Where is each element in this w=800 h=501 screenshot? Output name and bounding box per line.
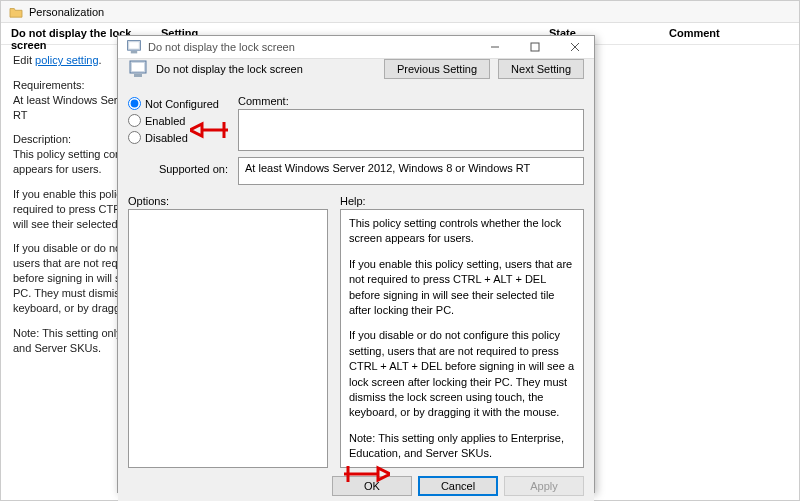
- radio-not-configured[interactable]: Not Configured: [128, 97, 228, 110]
- radio-not-configured-label: Not Configured: [145, 98, 219, 110]
- options-panel: [128, 209, 328, 468]
- column-comment: Comment: [659, 23, 799, 44]
- folder-icon: [9, 6, 23, 18]
- radio-not-configured-input[interactable]: [128, 97, 141, 110]
- options-label: Options:: [128, 195, 328, 207]
- maximize-button[interactable]: [518, 36, 552, 58]
- radio-enabled[interactable]: Enabled: [128, 114, 228, 127]
- radio-disabled[interactable]: Disabled: [128, 131, 228, 144]
- radio-disabled-input[interactable]: [128, 131, 141, 144]
- help-p2: If you enable this policy setting, users…: [349, 257, 575, 319]
- supported-on-text: At least Windows Server 2012, Windows 8 …: [238, 157, 584, 185]
- svg-rect-2: [131, 51, 137, 53]
- gpedit-header: Personalization: [1, 1, 799, 23]
- previous-setting-button[interactable]: Previous Setting: [384, 59, 490, 79]
- dialog-footer: OK Cancel Apply: [118, 468, 594, 501]
- supported-on-label: Supported on:: [128, 157, 228, 185]
- dialog-title: Do not display the lock screen: [148, 41, 295, 53]
- svg-rect-8: [132, 63, 144, 71]
- radio-enabled-label: Enabled: [145, 115, 185, 127]
- help-p4: Note: This setting only applies to Enter…: [349, 431, 575, 462]
- help-p3: If you disable or do not configure this …: [349, 328, 575, 420]
- apply-button[interactable]: Apply: [504, 476, 584, 496]
- edit-label: Edit: [13, 54, 35, 66]
- radio-disabled-label: Disabled: [145, 132, 188, 144]
- svg-rect-4: [531, 43, 539, 51]
- svg-rect-9: [134, 74, 142, 77]
- comment-input[interactable]: [238, 109, 584, 151]
- next-setting-button[interactable]: Next Setting: [498, 59, 584, 79]
- svg-rect-1: [129, 42, 139, 48]
- edit-policy-link[interactable]: policy setting: [35, 54, 99, 66]
- cancel-button[interactable]: Cancel: [418, 476, 498, 496]
- dialog-content: Not Configured Enabled Disabled Comment:…: [118, 91, 594, 468]
- dialog-subtitle: Do not display the lock screen: [156, 63, 303, 75]
- titlebar[interactable]: Do not display the lock screen: [118, 36, 594, 59]
- comment-label: Comment:: [238, 95, 584, 107]
- minimize-button[interactable]: [478, 36, 512, 58]
- gpedit-title: Personalization: [29, 6, 104, 18]
- dialog-toolbar: Do not display the lock screen Previous …: [118, 59, 594, 79]
- state-radio-group: Not Configured Enabled Disabled: [128, 95, 228, 151]
- help-label: Help:: [340, 195, 584, 207]
- help-p1: This policy setting controls whether the…: [349, 216, 575, 247]
- policy-icon: [126, 39, 142, 55]
- policy-dialog: Do not display the lock screen Do not di…: [117, 35, 595, 493]
- policy-icon: [128, 59, 148, 79]
- help-panel: This policy setting controls whether the…: [340, 209, 584, 468]
- radio-enabled-input[interactable]: [128, 114, 141, 127]
- close-button[interactable]: [558, 36, 592, 58]
- ok-button[interactable]: OK: [332, 476, 412, 496]
